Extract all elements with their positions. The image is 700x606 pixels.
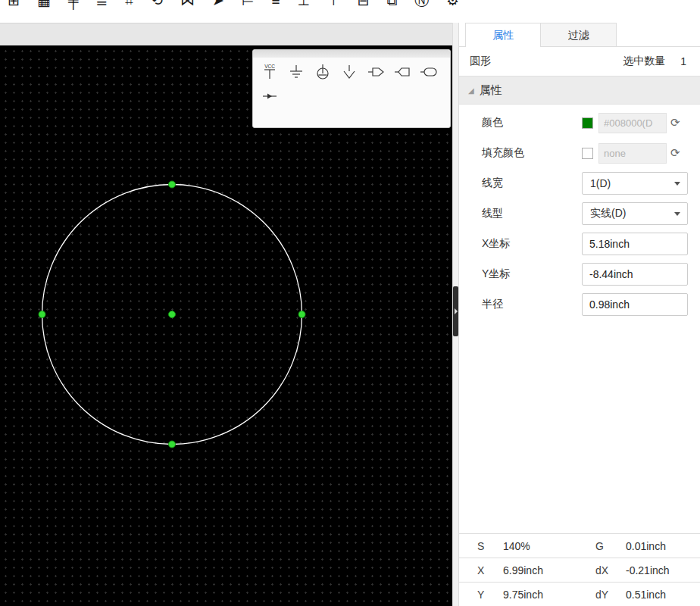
delta-y-value: 0.51inch: [626, 589, 689, 601]
svg-text:VCC: VCC: [264, 64, 275, 69]
reset-color-icon[interactable]: ⟳: [670, 116, 680, 130]
section-title: 属性: [480, 83, 502, 98]
field-row-line-style: 线型 实线(D): [459, 198, 700, 229]
panel-splitter[interactable]: [452, 23, 458, 606]
selected-count-value: 1: [680, 55, 686, 67]
grid-value: 0.01inch: [626, 540, 689, 552]
attributes-section-header[interactable]: ◢ 属性: [459, 76, 700, 105]
vcc-power-icon[interactable]: VCC: [261, 61, 279, 82]
object-type-label: 圆形: [470, 55, 491, 68]
resize-handle-top[interactable]: [169, 181, 176, 188]
cursor-x-key: X: [477, 564, 503, 576]
field-label: 线型: [482, 207, 582, 220]
resize-handle-bottom[interactable]: [169, 441, 176, 448]
image-icon[interactable]: ▦: [37, 0, 51, 11]
field-row-fill-color: 填充颜色 ⟳: [459, 138, 700, 168]
delta-x-key: dX: [595, 564, 626, 576]
bus-entry-icon[interactable]: [261, 86, 279, 106]
attribute-fields: 颜色 ⟳ 填充颜色 ⟳ 线宽: [459, 105, 700, 533]
selected-count-label: 选中数量: [623, 55, 665, 68]
align-center-icon[interactable]: ≡: [271, 0, 280, 11]
collapse-arrow-icon: [455, 308, 458, 314]
cursor-x-value: 6.99inch: [503, 564, 595, 576]
canvas-column: VCC: [0, 23, 452, 606]
settings-icon[interactable]: ⚙: [446, 0, 459, 11]
selection-summary: 圆形 选中数量 1: [459, 47, 700, 76]
status-row-x: X 6.99inch dX -0.21inch: [459, 558, 700, 582]
tab-properties[interactable]: 属性: [465, 23, 541, 47]
y-coordinate-input[interactable]: [582, 263, 688, 286]
resize-handle-right[interactable]: [298, 311, 305, 318]
field-label: 填充颜色: [482, 146, 582, 160]
schematic-canvas[interactable]: VCC: [0, 45, 452, 606]
net-label-flag-icon[interactable]: [393, 61, 411, 82]
eda-application: ⊞▦╪≣⌗⟲⋈➤⊨≡⊥⊤⊟⧉Ⓝ⚙: [0, 0, 700, 606]
stroke-color-input[interactable]: [598, 113, 667, 133]
field-label: X坐标: [482, 237, 582, 251]
cursor-y-key: Y: [477, 589, 503, 601]
field-row-radius: 半径: [459, 289, 700, 320]
wire-icon[interactable]: ╪: [68, 0, 78, 11]
run-icon[interactable]: ➤: [212, 0, 224, 11]
grid-key: G: [595, 540, 626, 552]
status-row-y: Y 9.75inch dY 0.51inch: [459, 582, 700, 606]
collapse-triangle-icon: ◢: [468, 86, 474, 95]
field-label: 颜色: [482, 116, 582, 130]
align-bottom-icon[interactable]: ⊥: [297, 0, 310, 11]
field-row-x-coordinate: X坐标: [459, 229, 700, 259]
field-row-line-width: 线宽 1(D): [459, 168, 700, 198]
field-label: 线宽: [482, 176, 582, 190]
net-flag-icon[interactable]: [367, 61, 385, 82]
copy-icon[interactable]: ⧉: [387, 0, 398, 11]
rotate-icon[interactable]: ⟲: [151, 0, 163, 11]
part-icon[interactable]: ⌗: [125, 0, 133, 11]
align-left-icon[interactable]: ⊨: [242, 0, 255, 11]
tab-filter[interactable]: 过滤: [541, 23, 617, 47]
distribute-icon[interactable]: ⊟: [358, 0, 370, 11]
field-row-stroke-color: 颜色 ⟳: [459, 108, 700, 138]
cursor-y-value: 9.75inch: [503, 589, 595, 601]
delta-y-key: dY: [595, 589, 626, 601]
align-top-icon[interactable]: ⊤: [327, 0, 340, 11]
line-width-select[interactable]: 1(D): [582, 172, 688, 195]
chevron-down-icon: [674, 212, 680, 216]
palette-drag-handle[interactable]: [253, 50, 450, 58]
selected-circle-graphic: [0, 45, 452, 606]
ground-icon[interactable]: [287, 61, 305, 82]
net-port-icon[interactable]: [420, 61, 438, 82]
reset-fill-icon[interactable]: ⟳: [670, 146, 680, 160]
status-row-scale-grid: S 140% G 0.01inch: [459, 533, 700, 558]
line-style-select[interactable]: 实线(D): [582, 202, 688, 225]
chevron-down-icon: [674, 182, 680, 186]
delta-x-value: -0.21inch: [626, 564, 689, 576]
stroke-color-swatch[interactable]: [582, 117, 593, 129]
earth-ground-icon[interactable]: [314, 61, 332, 82]
field-label: Y坐标: [482, 267, 582, 281]
resize-handle-left[interactable]: [39, 311, 45, 318]
panel-tabs: 属性 过滤: [459, 23, 700, 47]
fill-color-input[interactable]: [598, 143, 667, 164]
radius-input[interactable]: [582, 293, 688, 316]
properties-panel: 属性 过滤 圆形 选中数量 1 ◢ 属性 颜色: [458, 23, 700, 606]
field-row-y-coordinate: Y坐标: [459, 259, 700, 289]
top-toolbar: ⊞▦╪≣⌗⟲⋈➤⊨≡⊥⊤⊟⧉Ⓝ⚙: [0, 0, 700, 23]
wiring-tools-palette: VCC: [252, 49, 451, 128]
x-coordinate-input[interactable]: [582, 233, 688, 255]
netlabel-icon[interactable]: Ⓝ: [414, 0, 429, 11]
mirror-icon[interactable]: ⋈: [180, 0, 195, 11]
center-handle[interactable]: [169, 311, 176, 318]
scale-key: S: [477, 540, 503, 552]
field-label: 半径: [482, 298, 582, 311]
chassis-ground-icon[interactable]: [340, 61, 358, 82]
fill-color-swatch[interactable]: [582, 148, 593, 159]
grid-icon[interactable]: ⊞: [8, 0, 20, 11]
scale-value: 140%: [503, 540, 595, 552]
bus-icon[interactable]: ≣: [95, 0, 108, 11]
panel-collapse-handle[interactable]: [453, 286, 458, 336]
canvas-top-strip: [0, 23, 452, 45]
